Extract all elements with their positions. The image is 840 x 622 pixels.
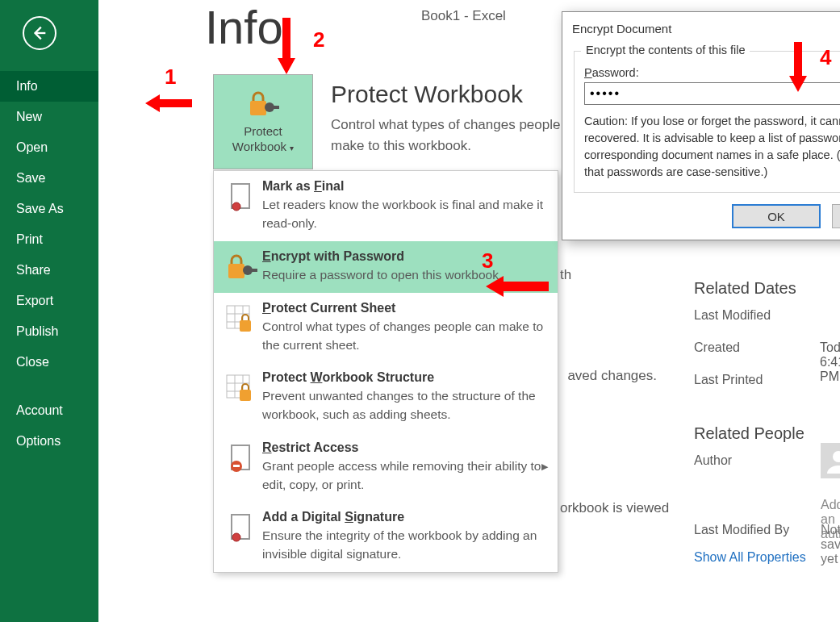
sidebar-item-account[interactable]: Account xyxy=(0,395,98,426)
sidebar-item-publish[interactable]: Publish xyxy=(0,316,98,347)
svg-point-25 xyxy=(232,533,240,541)
created-value: Today, 6:41 PM xyxy=(820,340,840,384)
sidebar-item-new[interactable]: New xyxy=(0,102,98,132)
created-label: Created xyxy=(694,340,740,355)
sidebar-item-close[interactable]: Close xyxy=(0,347,98,378)
arrow-left-icon xyxy=(31,24,48,42)
dialog-titlebar: Encrypt Document ? ✕ xyxy=(562,12,840,44)
avatar xyxy=(821,443,840,478)
svg-point-26 xyxy=(833,451,840,462)
menu-item-desc: Prevent unwanted changes to the structur… xyxy=(262,386,548,424)
menu-item-icon xyxy=(224,179,259,215)
menu-item-desc: Grant people access while removing their… xyxy=(262,457,541,495)
sidebar-item-share[interactable]: Share xyxy=(0,255,98,286)
show-all-properties-link[interactable]: Show All Properties xyxy=(694,550,806,565)
menu-item-desc: Ensure the integrity of the workbook by … xyxy=(262,526,548,564)
person-icon xyxy=(825,448,840,474)
chevron-down-icon: ▾ xyxy=(290,144,294,152)
author-label: Author xyxy=(694,453,732,468)
menu-item-icon xyxy=(224,440,259,476)
menu-item-title: Restrict Access xyxy=(262,440,541,455)
backstage-view: Info New Open Save Save As Print Share E… xyxy=(0,0,840,622)
related-people-heading: Related People xyxy=(694,424,804,443)
svg-rect-14 xyxy=(240,320,251,332)
menu-item-icon xyxy=(224,370,259,406)
back-button[interactable] xyxy=(23,16,56,50)
protect-label-1: Protect xyxy=(244,124,282,138)
window-title: Book1 - Excel xyxy=(421,8,506,24)
password-label: Password: xyxy=(584,66,840,79)
svg-rect-20 xyxy=(240,390,251,401)
dialog-title-text: Encrypt Document xyxy=(572,22,671,35)
svg-point-5 xyxy=(232,202,240,211)
svg-rect-3 xyxy=(273,106,279,109)
ok-button[interactable]: OK xyxy=(732,204,821,228)
page-title: Info xyxy=(205,0,283,54)
svg-rect-1 xyxy=(250,101,266,115)
related-dates-heading: Related Dates xyxy=(694,279,796,298)
last-modified-by-label: Last Modified By xyxy=(694,523,789,537)
protect-label-2: Workbook xyxy=(232,140,286,153)
menu-item-desc: Control what types of changes people can… xyxy=(262,317,548,355)
svg-marker-27 xyxy=(145,94,192,112)
svg-rect-6 xyxy=(228,264,244,278)
menu-item-mark-as-final[interactable]: Mark as FinalLet readers know the workbo… xyxy=(214,171,558,241)
menu-item-title: Protect Workbook Structure xyxy=(262,370,548,385)
menu-item-title: Add a Digital Signature xyxy=(262,510,548,524)
menu-item-desc: Require a password to open this workbook… xyxy=(262,265,548,284)
menu-item-title: Protect Current Sheet xyxy=(262,301,548,315)
menu-item-encrypt-with-password[interactable]: Encrypt with PasswordRequire a password … xyxy=(214,241,558,293)
menu-item-icon xyxy=(224,249,259,285)
sidebar-item-save-as[interactable]: Save As xyxy=(0,194,98,224)
sidebar-item-info[interactable]: Info xyxy=(0,71,98,102)
menu-item-add-a-digital-signature[interactable]: Add a Digital SignatureEnsure the integr… xyxy=(214,502,558,572)
last-modified-by-value: Not saved yet xyxy=(821,523,840,566)
annotation-number-1: 1 xyxy=(165,65,176,90)
annotation-number-2: 2 xyxy=(313,27,324,52)
protect-workbook-button[interactable]: Protect Workbook▾ xyxy=(213,74,313,169)
partial-text: orkbook is viewed xyxy=(560,500,673,516)
chevron-right-icon: ▶ xyxy=(541,461,548,472)
menu-item-protect-workbook-structure[interactable]: Protect Workbook StructurePrevent unwant… xyxy=(214,362,558,432)
menu-item-restrict-access[interactable]: Restrict AccessGrant people access while… xyxy=(214,432,558,503)
sidebar-item-options[interactable]: Options xyxy=(0,426,98,457)
menu-item-icon xyxy=(224,510,259,545)
sidebar-item-open[interactable]: Open xyxy=(0,132,98,163)
svg-rect-23 xyxy=(233,465,240,467)
cancel-button[interactable]: Cancel xyxy=(832,204,840,228)
menu-item-title: Encrypt with Password xyxy=(262,249,548,264)
menu-item-icon xyxy=(224,301,259,336)
svg-rect-8 xyxy=(251,269,257,272)
menu-item-title: Mark as Final xyxy=(262,179,548,194)
encrypt-document-dialog: Encrypt Document ? ✕ Encrypt the content… xyxy=(562,11,840,240)
partial-text: th xyxy=(560,267,571,283)
annotation-arrow-1 xyxy=(145,91,194,115)
main-area: Book1 - Excel Info Protect Workbook▾ Pro… xyxy=(98,0,840,622)
protect-heading: Protect Workbook xyxy=(331,81,523,108)
menu-item-desc: Let readers know the workbook is final a… xyxy=(262,195,548,233)
menu-item-protect-current-sheet[interactable]: Protect Current SheetControl what types … xyxy=(214,293,558,363)
last-modified-label: Last Modified xyxy=(694,308,771,323)
partial-text: aved changes. xyxy=(560,368,657,384)
protect-description: Control what types of changes people can… xyxy=(331,115,589,157)
dialog-legend: Encrypt the contents of this file xyxy=(581,44,750,56)
sidebar-item-print[interactable]: Print xyxy=(0,224,98,255)
sidebar-item-save[interactable]: Save xyxy=(0,163,98,194)
sidebar: Info New Open Save Save As Print Share E… xyxy=(0,0,98,622)
last-printed-label: Last Printed xyxy=(694,373,763,387)
lock-key-icon xyxy=(247,90,279,119)
sidebar-item-export[interactable]: Export xyxy=(0,286,98,316)
protect-menu: Mark as FinalLet readers know the workbo… xyxy=(213,170,558,573)
caution-text: Caution: If you lose or forget the passw… xyxy=(584,113,840,181)
password-input[interactable] xyxy=(584,82,840,105)
